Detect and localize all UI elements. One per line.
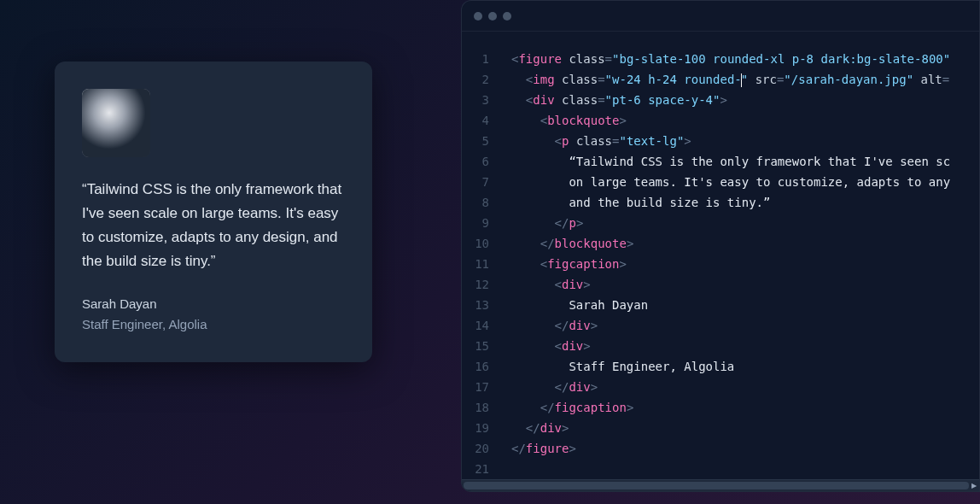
code-line[interactable]: <figcaption> — [511, 254, 979, 274]
code-line[interactable]: </figure> — [511, 438, 979, 459]
author-role: Staff Engineer, Algolia — [82, 314, 345, 335]
avatar-image — [82, 89, 150, 157]
scrollbar-thumb[interactable] — [464, 482, 969, 489]
code-line[interactable]: <p class="text-lg"> — [511, 131, 979, 151]
scroll-right-icon[interactable]: ▶ — [969, 480, 979, 491]
code-line[interactable]: on large teams. It's easy to customize, … — [511, 172, 979, 192]
line-number: 20 — [462, 438, 501, 459]
line-number: 13 — [462, 295, 501, 315]
author-name: Sarah Dayan — [82, 294, 345, 314]
line-number: 15 — [462, 336, 501, 356]
code-line[interactable]: <img class="w-24 h-24 rounded-" src="/sa… — [511, 69, 979, 90]
window-minimize-icon[interactable] — [488, 12, 497, 21]
line-number: 12 — [462, 274, 501, 295]
code-line[interactable]: “Tailwind CSS is the only framework that… — [511, 151, 979, 172]
editor-body[interactable]: 123456789101112131415161718192021 <figur… — [462, 32, 979, 479]
line-number: 14 — [462, 315, 501, 336]
editor-titlebar — [462, 1, 979, 32]
code-line[interactable]: Staff Engineer, Algolia — [511, 356, 979, 377]
line-number: 2 — [462, 69, 501, 90]
code-line[interactable]: <figure class="bg-slate-100 rounded-xl p… — [511, 49, 979, 69]
line-number: 21 — [462, 459, 501, 479]
line-number: 5 — [462, 131, 501, 151]
line-number-gutter: 123456789101112131415161718192021 — [462, 32, 501, 479]
code-line[interactable]: </div> — [511, 377, 979, 397]
line-number: 11 — [462, 254, 501, 274]
main-container: “Tailwind CSS is the only framework that… — [0, 0, 980, 504]
line-number: 3 — [462, 90, 501, 110]
line-number: 19 — [462, 418, 501, 438]
code-line[interactable]: <div> — [511, 336, 979, 356]
line-number: 9 — [462, 213, 501, 233]
line-number: 7 — [462, 172, 501, 192]
line-number: 10 — [462, 233, 501, 254]
code-editor: 123456789101112131415161718192021 <figur… — [461, 0, 980, 492]
line-number: 18 — [462, 397, 501, 418]
code-line[interactable]: </div> — [511, 315, 979, 336]
window-maximize-icon[interactable] — [503, 12, 511, 21]
code-line[interactable]: Sarah Dayan — [511, 295, 979, 315]
line-number: 6 — [462, 151, 501, 172]
code-line[interactable]: <blockquote> — [511, 110, 979, 131]
code-line[interactable]: <div> — [511, 274, 979, 295]
testimonial-quote: “Tailwind CSS is the only framework that… — [82, 178, 345, 273]
code-line[interactable]: </p> — [511, 213, 979, 233]
line-number: 1 — [462, 49, 501, 69]
testimonial-card: “Tailwind CSS is the only framework that… — [55, 62, 372, 362]
line-number: 8 — [462, 192, 501, 213]
line-number: 17 — [462, 377, 501, 397]
code-line[interactable]: </blockquote> — [511, 233, 979, 254]
code-line[interactable]: <div class="pt-6 space-y-4"> — [511, 90, 979, 110]
horizontal-scrollbar[interactable]: ◀ ▶ — [462, 479, 979, 491]
code-line[interactable]: and the build size is tiny.” — [511, 192, 979, 213]
code-content[interactable]: <figure class="bg-slate-100 rounded-xl p… — [501, 32, 979, 479]
line-number: 16 — [462, 356, 501, 377]
line-number: 4 — [462, 110, 501, 131]
window-close-icon[interactable] — [474, 12, 482, 21]
code-line[interactable] — [511, 459, 979, 479]
code-line[interactable]: </figcaption> — [511, 397, 979, 418]
code-line[interactable]: </div> — [511, 418, 979, 438]
